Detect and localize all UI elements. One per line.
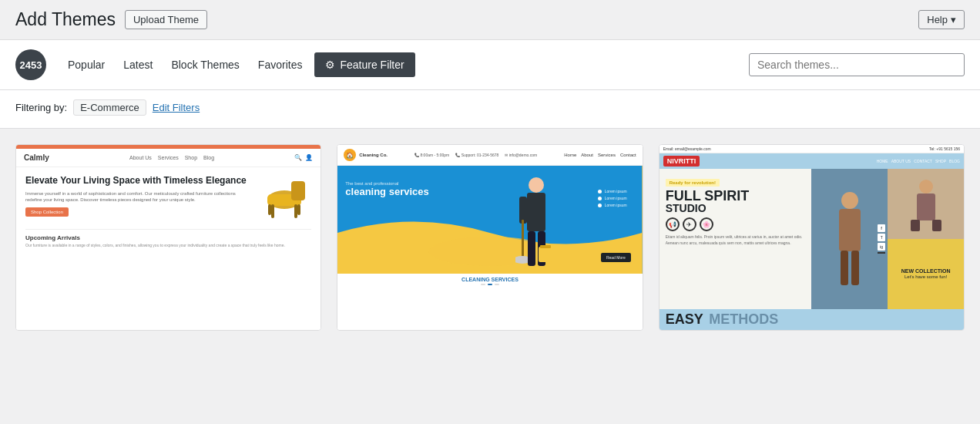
- svg-rect-17: [540, 245, 551, 248]
- svg-rect-24: [841, 251, 848, 285]
- cleaning-sub: The best and professional: [345, 181, 428, 186]
- tabs-row: 2453 Popular Latest Block Themes Favorit…: [15, 40, 965, 89]
- calmly-theme-name: Calmly: [16, 330, 321, 331]
- theme-card-nivritti[interactable]: Email: email@example.com Tel: +91 5615 1…: [659, 144, 965, 331]
- search-icon: 🔍: [294, 154, 302, 161]
- tab-favorites[interactable]: Favorites: [249, 52, 312, 77]
- filter-bar: Filtering by: E-Commerce Edit Filters: [0, 90, 980, 129]
- svg-rect-23: [839, 209, 861, 251]
- cleaning-logo-text: Cleaning Co.: [359, 153, 388, 157]
- svg-rect-4: [294, 204, 297, 218]
- tab-latest[interactable]: Latest: [114, 52, 162, 77]
- feature-filter-button[interactable]: ⚙ Feature Filter: [314, 52, 414, 77]
- cleaning-dots-nav: [344, 284, 636, 285]
- calmly-upcoming-title: Upcoming Arrivals: [25, 234, 311, 241]
- svg-rect-25: [851, 251, 859, 285]
- calmly-headline: Elevate Your Living Space with Timeless …: [25, 175, 251, 187]
- nivritti-full: FULL SPIRIT: [666, 189, 806, 203]
- theme-preview-calmly: Calmly About Us Services Shop Blog 🔍 👤: [16, 145, 321, 330]
- svg-rect-10: [527, 193, 545, 231]
- cleaning-read-more: Read More: [601, 253, 631, 262]
- theme-preview-nivritti: Email: email@example.com Tel: +91 5615 1…: [659, 145, 964, 330]
- svg-rect-14: [528, 231, 535, 266]
- nivritti-new-collection: NEW COLLECTION Let's have some fun!: [888, 239, 964, 309]
- cleaning-logo-icon: 🏠: [344, 149, 356, 161]
- main-content: Calmly About Us Services Shop Blog 🔍 👤: [0, 129, 980, 346]
- nivritti-social-icons: f T ig: [878, 224, 885, 254]
- svg-rect-11: [519, 197, 527, 224]
- calmly-logo: Calmly: [24, 153, 49, 162]
- svg-rect-5: [268, 204, 271, 215]
- nivritti-nav: NIVRITTI HOME ABOUT US CONTACT SHOP BLOG: [659, 153, 964, 169]
- theme-count-badge: 2453: [15, 49, 46, 80]
- filtering-by-label: Filtering by:: [15, 102, 67, 113]
- tab-block-themes[interactable]: Block Themes: [162, 52, 248, 77]
- nivritti-theme-name: Nivritti: [659, 330, 964, 331]
- svg-rect-19: [917, 193, 935, 220]
- calmly-content: Elevate Your Living Space with Timeless …: [16, 167, 321, 256]
- calmly-nav-links: About Us Services Shop Blog: [129, 155, 214, 160]
- page-title: Add Themes: [15, 9, 116, 30]
- cleaning-bullet-points: Lorem ipsum Lorem ipsum Lorem ipsum: [598, 189, 627, 207]
- svg-rect-2: [291, 181, 305, 200]
- search-input[interactable]: [749, 53, 965, 76]
- calmly-hero: Elevate Your Living Space with Timeless …: [25, 175, 311, 221]
- cleaning-nav: 🏠 Cleaning Co. 📞 8:00am - 5:00pm 📞 Suppo…: [337, 145, 642, 166]
- nivritti-photo-1: [888, 169, 964, 239]
- nivritti-studio: STUDIO: [666, 203, 806, 214]
- cleaning-bottom: CLEANING SERVICES: [337, 274, 642, 288]
- calmly-body: Immerse yourself in a world of sophistic…: [25, 190, 251, 204]
- nivritti-desc: Etiam id aliquam felis. Proin ipsum veli…: [666, 234, 806, 246]
- theme-card-cleaning[interactable]: 🏠 Cleaning Co. 📞 8:00am - 5:00pm 📞 Suppo…: [337, 144, 643, 331]
- calmly-cta: Shop Collection: [25, 207, 69, 217]
- nivritti-methods: METHODS: [709, 311, 778, 327]
- nivritti-bottom: EASY METHODS: [659, 309, 964, 330]
- facebook-icon: f: [878, 224, 885, 232]
- gear-icon: ⚙: [325, 59, 335, 71]
- top-bar: Add Themes Upload Theme Help ▾: [0, 0, 980, 39]
- svg-rect-20: [911, 220, 920, 231]
- calmly-nav: Calmly About Us Services Shop Blog 🔍 👤: [16, 149, 321, 167]
- megaphone-icon: 📢: [666, 217, 680, 231]
- cleaning-title: cleaning services: [345, 186, 428, 198]
- cleaning-bottom-label: CLEANING SERVICES: [344, 277, 636, 282]
- theme-preview-cleaning: 🏠 Cleaning Co. 📞 8:00am - 5:00pm 📞 Suppo…: [337, 145, 642, 330]
- svg-point-18: [919, 180, 933, 193]
- help-button[interactable]: Help ▾: [918, 10, 965, 29]
- nivritti-photo-2: f T ig: [811, 169, 888, 309]
- user-icon: 👤: [305, 154, 313, 161]
- svg-rect-12: [522, 220, 524, 258]
- flower-icon: 🌸: [700, 217, 713, 231]
- theme-card-calmly[interactable]: Calmly About Us Services Shop Blog 🔍 👤: [15, 144, 321, 331]
- svg-point-22: [841, 192, 858, 209]
- nivritti-brand: NIVRITTI: [663, 156, 700, 167]
- calmly-upcoming-text: Our furniture is available in a range of…: [25, 243, 311, 248]
- calmly-text: Elevate Your Living Space with Timeless …: [25, 175, 251, 217]
- edit-filters-link[interactable]: Edit Filters: [153, 102, 200, 113]
- instagram-icon: ig: [878, 243, 885, 251]
- search-box-wrap: [749, 53, 965, 76]
- new-collection-text: NEW COLLECTION Let's have some fun!: [901, 268, 951, 281]
- nivritti-left: Ready for revolution! FULL SPIRIT STUDIO…: [659, 169, 812, 309]
- svg-rect-6: [297, 204, 300, 215]
- themes-grid: Calmly About Us Services Shop Blog 🔍 👤: [0, 129, 980, 346]
- svg-point-9: [529, 177, 544, 193]
- upload-theme-button[interactable]: Upload Theme: [125, 10, 207, 29]
- help-label: Help: [927, 14, 948, 25]
- svg-rect-16: [539, 247, 552, 262]
- nivritti-icons: 📢 ✈ 🌸: [666, 217, 806, 231]
- cleaning-hero-text: The best and professional cleaning servi…: [345, 181, 428, 198]
- svg-rect-21: [932, 220, 941, 231]
- tiktok-icon: T: [878, 234, 885, 241]
- nivritti-easy: EASY: [666, 311, 703, 327]
- feature-filter-label: Feature Filter: [340, 59, 404, 71]
- top-bar-left: Add Themes Upload Theme: [15, 9, 207, 30]
- tabs-area: 2453 Popular Latest Block Themes Favorit…: [0, 39, 980, 90]
- cleaning-person: [515, 173, 558, 274]
- tab-popular[interactable]: Popular: [59, 52, 114, 77]
- nivritti-top-bar: Email: email@example.com Tel: +91 5615 1…: [659, 145, 964, 153]
- nivritti-photos: f T ig NEW COLLECTION Let's have some fu…: [811, 169, 964, 309]
- nivritti-revolution: Ready for revolution!: [666, 179, 720, 187]
- calmly-chair-image: [257, 175, 311, 221]
- nivritti-main: Ready for revolution! FULL SPIRIT STUDIO…: [659, 169, 964, 309]
